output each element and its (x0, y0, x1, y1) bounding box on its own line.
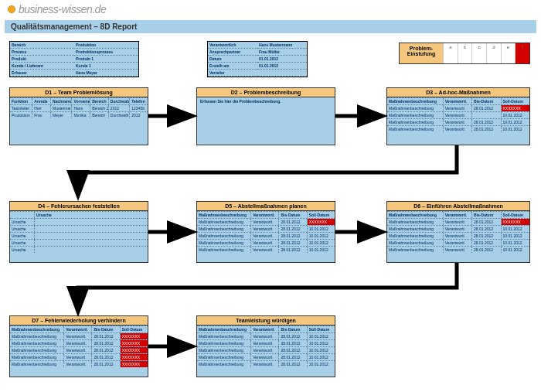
d1-cell: 2012 (109, 105, 130, 111)
d1-title: D1 – Team Problemlösung (10, 88, 148, 97)
page-title: Qualitätsmanagement – 8D Report (5, 20, 536, 33)
d7-cell: 28.01.2012 (92, 340, 120, 346)
d6-col: Verantwortl. (444, 212, 472, 218)
classification-cell: d (486, 43, 501, 63)
d4-label: Ursache (10, 226, 35, 232)
d8-cell: Maßnahmenbeschreibung (197, 340, 251, 346)
d1-cell: Herr (32, 105, 51, 111)
d6-title: D6 – Einführen Abstellmaßnahmen (387, 202, 529, 211)
d6-cell: Maßnahmenbeschreibung (387, 219, 444, 225)
d8-cell: 10.01.2012 (308, 340, 335, 346)
d8-cell: 10.01.2012 (308, 347, 335, 353)
d7-cell: Maßnahmenbeschreibung (10, 354, 64, 360)
d8-cell: Maßnahmenbeschreibung (197, 354, 251, 360)
meta2-value: Hans Mustermann (257, 42, 307, 49)
d6-col: Maßnahmenbeschreibung (387, 212, 444, 218)
meta2-label: Erstellt am (208, 63, 257, 70)
d1-cell: Hans (72, 105, 90, 111)
d5-cell: 10.01.2012 (308, 226, 335, 232)
d8-cell: 28.01.2012 (279, 347, 307, 353)
d4-cell (35, 226, 148, 232)
d5-cell: Maßnahmenbeschreibung (197, 226, 251, 232)
d1-cell: Produktion (10, 112, 32, 118)
d6-cell: Maßnahmenbeschreibung (387, 247, 444, 253)
classification-label: Problem- Einstufung (400, 43, 443, 63)
meta2-value (257, 70, 307, 77)
meta2-value: 01.01.2012 (257, 56, 307, 63)
d3-cell: 10.01.2012 (502, 126, 529, 132)
d7-cell: Verantwortl. (64, 340, 92, 346)
d1-cell: Bereich (90, 112, 109, 118)
d6-cell: Maßnahmenbeschreibung (387, 240, 444, 246)
meta1-label: Bereich (10, 42, 74, 49)
d7-cell: Verantwortl. (64, 347, 92, 353)
d4-col: Ursache (35, 212, 148, 218)
d3-cell: Verantwortl. (444, 126, 472, 132)
d1-box: D1 – Team Problemlösung FunktionAnredeNa… (9, 87, 148, 145)
d2-box: D2 – Problembeschreibung Erfassen Sie hi… (196, 87, 335, 145)
d6-col: Bis-Datum (472, 212, 501, 218)
d6-cell: 10.01.2012 (502, 233, 529, 239)
d7-cell: 28.01.2012 (92, 361, 120, 367)
d7-cell: Verantwortl. (64, 333, 92, 339)
classification-cell-selected: f (515, 43, 529, 63)
meta2-label: Datum (208, 56, 257, 63)
d6-cell: 10.01.2012 (502, 226, 529, 232)
meta1-value: Produktionsprozess (74, 49, 138, 56)
d3-cell: Verantwortl. (444, 119, 472, 125)
d3-cell (472, 112, 501, 118)
d6-cell: 28.01.2012 (472, 240, 501, 246)
d5-cell: Maßnahmenbeschreibung (197, 219, 251, 225)
classification-cell: c (471, 43, 486, 63)
d1-cell: Frau (32, 112, 51, 118)
d7-cell-overdue: XXXXXXX (121, 347, 148, 353)
d6-cell: 28.01.2012 (472, 233, 501, 239)
d6-cell: 10.01.2012 (502, 240, 529, 246)
d2-text: Erfassen Sie hier die Problembeschreibun… (197, 97, 335, 105)
d1-cell: Mustermann (51, 105, 72, 111)
d8-col: Maßnahmenbeschreibung (197, 326, 251, 332)
d5-cell: Maßnahmenbeschreibung (197, 240, 251, 246)
logo-text: business-wissen.de (19, 3, 106, 15)
d4-box: D4 – Fehlerursachen feststellen Ursache … (9, 201, 148, 263)
d6-cell-overdue: XXXXXXX (502, 219, 529, 225)
d8-cell: Verantwortl. (251, 340, 279, 346)
d4-label: Ursache (10, 247, 35, 253)
meta1-label: Produkt (10, 56, 74, 63)
d1-cell: 2012 (130, 112, 148, 118)
d1-cell: Durchwahl (109, 112, 130, 118)
d6-cell: Verantwortl. (444, 247, 472, 253)
d1-cell: Monika (72, 112, 90, 118)
d5-cell: 10.01.2012 (308, 233, 335, 239)
d5-col: Soll-Datum (308, 212, 335, 218)
d7-cell: 28.01.2012 (92, 347, 120, 353)
d5-cell: 28.01.2012 (279, 226, 307, 232)
d7-title: D7 – Fehlerwiederholung verhindern (10, 316, 148, 326)
d3-cell: Maßnahmenbeschreibung (387, 119, 444, 125)
d8-cell: 28.01.2012 (279, 354, 307, 360)
d5-cell: 10.01.2012 (308, 247, 335, 253)
d7-cell-overdue: XXXXXXX (121, 361, 148, 367)
d3-col: Verantwortl. (444, 98, 472, 104)
d3-cell: 28.01.2012 (472, 105, 501, 111)
d7-box: D7 – Fehlerwiederholung verhindern Maßna… (9, 315, 148, 377)
d8-cell: 10.01.2012 (308, 354, 335, 360)
d1-col: Bereich (90, 98, 109, 104)
d8-cell: 10.01.2012 (308, 333, 335, 339)
meta1-label: Prozess (10, 49, 74, 56)
d5-cell: 28.01.2012 (279, 240, 307, 246)
d3-col: Maßnahmenbeschreibung (387, 98, 444, 104)
d3-cell: 28.01.2012 (472, 119, 501, 125)
d4-title: D4 – Fehlerursachen feststellen (10, 202, 148, 211)
d8-col: Bis-Datum (279, 326, 307, 332)
d7-col: Maßnahmenbeschreibung (10, 326, 64, 332)
meta-box-1: BereichProduktion ProzessProduktionsproz… (9, 41, 139, 77)
d8-col: Verantwortl. (251, 326, 279, 332)
d7-cell: Verantwortl. (64, 354, 92, 360)
d7-cell-overdue: XXXXXXX (121, 340, 148, 346)
d3-cell: 10.01.2012 (502, 119, 529, 125)
d3-col: Soll-Datum (502, 98, 529, 104)
d5-cell: Verantwortl. (251, 247, 279, 253)
d1-col: Anrede (32, 98, 51, 104)
d8-cell: 28.01.2012 (279, 361, 307, 367)
